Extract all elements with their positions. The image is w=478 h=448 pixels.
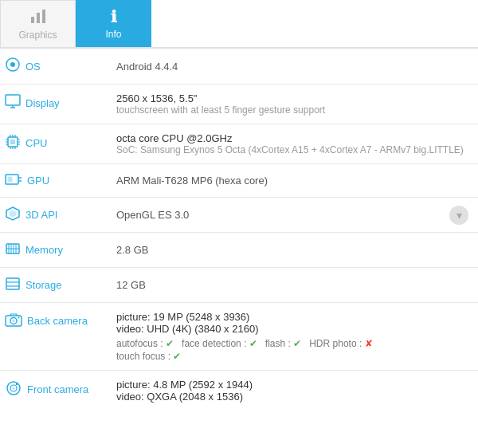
frontcamera-icon [5, 380, 22, 399]
svg-marker-11 [10, 210, 16, 217]
backcamera-label-cell: Back camera [0, 303, 112, 371]
tab-graphics[interactable]: Graphics [0, 0, 76, 47]
display-icon [5, 94, 21, 112]
autofocus-check: ✔ [166, 338, 174, 349]
svg-rect-18 [6, 278, 19, 289]
dropdown-button[interactable]: ▾ [449, 206, 468, 225]
flash-check: ✔ [293, 338, 301, 349]
cpu-label: CPU [25, 137, 47, 149]
os-icon [5, 57, 21, 76]
cpu-sub: SoC: Samsung Exynos 5 Octa (4xCortex A15… [116, 144, 470, 155]
os-value-cell: Android 4.4.4 [112, 49, 478, 84]
api-value-cell: OpenGL ES 3.0 ▾ [112, 198, 478, 233]
frontcamera-label: Front camera [27, 383, 88, 395]
os-label-cell: OS [0, 49, 112, 84]
graphics-tab-label: Graphics [18, 29, 57, 41]
os-value: Android 4.4.4 [116, 61, 178, 73]
autofocus-label: autofocus : [116, 338, 163, 349]
svg-rect-9 [8, 177, 12, 182]
gpu-label: GPU [27, 175, 49, 187]
backcamera-label: Back camera [27, 315, 88, 327]
face-detection-label: face detection : [182, 338, 246, 349]
table-row: OS Android 4.4.4 [0, 49, 478, 84]
svg-point-24 [18, 317, 20, 319]
storage-label: Storage [25, 279, 62, 291]
cpu-label-cell: CPU [0, 124, 112, 164]
info-tab-icon: ℹ [111, 7, 117, 26]
svg-rect-1 [37, 13, 40, 23]
table-row: CPU octa core CPU @2.0GHz SoC: Samsung E… [0, 124, 478, 164]
svg-point-28 [16, 383, 18, 385]
gpu-value-cell: ARM Mali-T628 MP6 (hexa core) [112, 164, 478, 198]
table-row: Front camera picture: 4.8 MP (2592 x 194… [0, 371, 478, 411]
tab-info[interactable]: ℹ Info [76, 0, 151, 47]
graphics-tab-icon [29, 7, 47, 27]
svg-point-4 [10, 62, 15, 67]
svg-rect-0 [31, 17, 34, 23]
table-row: GPU ARM Mali-T628 MP6 (hexa core) [0, 164, 478, 198]
api-label-cell: 3D API [0, 198, 112, 233]
hdr-check: ✘ [365, 338, 373, 349]
gpu-value: ARM Mali-T628 MP6 (hexa core) [116, 175, 268, 187]
display-main: 2560 x 1536, 5.5" [116, 92, 470, 104]
cpu-main: octa core CPU @2.0GHz [116, 132, 470, 144]
cpu-value-cell: octa core CPU @2.0GHz SoC: Samsung Exyno… [112, 124, 478, 164]
touch-focus-check: ✔ [173, 351, 181, 362]
hdr-label: HDR photo : [309, 338, 362, 349]
storage-icon [5, 276, 21, 294]
gpu-icon [5, 172, 22, 189]
frontcamera-line2: video: QXGA (2048 x 1536) [116, 391, 470, 403]
memory-value: 2.8 GB [116, 244, 148, 256]
backcamera-line2: video: UHD (4K) (3840 x 2160) [116, 323, 470, 335]
app-container: Graphics ℹ Info OS [0, 0, 478, 411]
display-label-cell: Display [0, 84, 112, 124]
storage-value: 12 GB [116, 279, 146, 291]
api-label: 3D API [25, 209, 57, 221]
tab-bar: Graphics ℹ Info [0, 0, 478, 49]
table-row: Display 2560 x 1536, 5.5" touchscreen wi… [0, 84, 478, 124]
info-table: OS Android 4.4.4 Display [0, 49, 478, 411]
storage-label-cell: Storage [0, 268, 112, 303]
gpu-label-cell: GPU [0, 164, 112, 198]
info-tab-label: Info [105, 29, 121, 40]
storage-value-cell: 12 GB [112, 268, 478, 303]
api-icon [5, 206, 21, 224]
table-row: Memory 2.8 GB [0, 233, 478, 268]
backcamera-main: picture: 19 MP (5248 x 3936) [116, 311, 470, 323]
frontcamera-value-cell: picture: 4.8 MP (2592 x 1944) video: QXG… [112, 371, 478, 411]
frontcamera-main: picture: 4.8 MP (2592 x 1944) [116, 379, 470, 391]
memory-label: Memory [25, 244, 63, 256]
memory-icon [5, 241, 21, 259]
svg-rect-7 [10, 140, 15, 144]
memory-value-cell: 2.8 GB [112, 233, 478, 268]
camera-features-line2: touch focus : ✔ [116, 351, 470, 362]
cpu-icon [5, 134, 21, 152]
frontcamera-label-cell: Front camera [0, 371, 112, 411]
api-value: OpenGL ES 3.0 [116, 209, 189, 221]
display-sub: touchscreen with at least 5 finger gestu… [116, 104, 470, 116]
table-row: Back camera picture: 19 MP (5248 x 3936)… [0, 303, 478, 371]
camera-features-line1: autofocus : ✔ face detection : ✔ flash :… [116, 338, 470, 349]
backcamera-icon [5, 312, 22, 329]
face-detection-check: ✔ [249, 338, 257, 349]
backcamera-value-cell: picture: 19 MP (5248 x 3936) video: UHD … [112, 303, 478, 371]
os-label: OS [25, 61, 41, 73]
svg-point-23 [13, 320, 15, 322]
display-value-cell: 2560 x 1536, 5.5" touchscreen with at le… [112, 84, 478, 124]
svg-point-27 [13, 387, 15, 390]
memory-label-cell: Memory [0, 233, 112, 268]
display-label: Display [25, 97, 60, 109]
table-row: 3D API OpenGL ES 3.0 ▾ [0, 198, 478, 233]
table-row: Storage 12 GB [0, 268, 478, 303]
touch-focus-label: touch focus : [116, 351, 170, 362]
svg-rect-2 [42, 10, 45, 23]
flash-label: flash : [265, 338, 291, 349]
svg-rect-5 [6, 95, 20, 105]
